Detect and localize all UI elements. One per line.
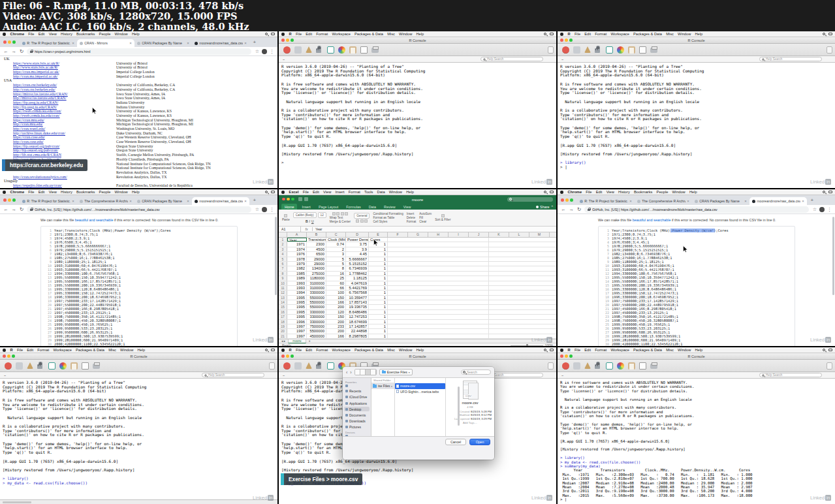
cell[interactable]: 8.2987805 xyxy=(346,334,369,338)
chrome-menu-icon[interactable]: ⋮ xyxy=(827,207,832,212)
menu-item[interactable]: Edit xyxy=(37,32,47,36)
cell[interactable]: 1 xyxy=(369,247,388,251)
column-header[interactable]: H xyxy=(428,232,449,237)
search-icon[interactable] xyxy=(544,33,546,35)
zoom-window-button[interactable] xyxy=(12,40,16,44)
cell-b1[interactable]: Transistors xyxy=(307,238,326,242)
help-search-field[interactable]: Help Search xyxy=(202,373,264,377)
cell[interactable]: 1995 xyxy=(287,300,307,304)
sidebar-item[interactable]: iCloud Drive xyxy=(344,395,370,400)
menu-extras-icon[interactable] xyxy=(271,191,275,194)
cell[interactable]: 4500000 xyxy=(307,334,326,338)
apple-menu-icon[interactable] xyxy=(281,33,285,36)
menu-item[interactable]: Packages & Data xyxy=(353,348,385,352)
menu-item[interactable]: Packages & Data xyxy=(353,32,385,36)
menu-item[interactable]: File xyxy=(294,32,304,36)
sidebar-toggle-button[interactable] xyxy=(827,362,832,370)
lock-icon[interactable] xyxy=(316,364,321,369)
menu-item[interactable]: Format xyxy=(593,32,608,36)
column-header[interactable]: K xyxy=(489,232,509,237)
search-icon[interactable] xyxy=(544,191,546,193)
cell[interactable]: 200 xyxy=(326,305,346,309)
folder-dropdown[interactable]: Exercise Files ▾ xyxy=(379,369,413,375)
menu-item[interactable]: Workspace xyxy=(51,348,74,352)
apple-menu-icon[interactable] xyxy=(3,33,6,36)
cell[interactable]: 10.359477 xyxy=(346,296,369,300)
apple-menu-icon[interactable] xyxy=(560,33,563,36)
column-header[interactable]: D xyxy=(346,232,369,237)
paste-icon[interactable] xyxy=(628,46,635,54)
mirror-link[interactable]: http://cran.case.edu/ xyxy=(13,140,44,144)
colors-icon[interactable] xyxy=(617,362,624,370)
tab-close-icon[interactable] xyxy=(687,199,689,203)
menu-extras-icon[interactable] xyxy=(550,191,554,194)
sidebar-toggle-button[interactable] xyxy=(269,362,275,370)
italic-button[interactable]: I xyxy=(309,219,310,223)
menu-item[interactable]: File xyxy=(15,348,25,352)
close-window-button[interactable] xyxy=(561,198,564,202)
cell[interactable]: 1982 xyxy=(287,266,307,270)
sidebar-item[interactable]: Documents xyxy=(344,413,370,417)
ribbon-tab[interactable]: Insert xyxy=(298,204,313,210)
mirror-link[interactable]: http://cran.mtu.edu/ xyxy=(13,122,43,126)
colors-icon[interactable] xyxy=(617,46,624,54)
menu-item[interactable]: R xyxy=(566,32,573,36)
browser-tab[interactable]: The Comprehensive R Archiv… xyxy=(77,197,134,205)
sidebar-item[interactable] xyxy=(344,385,370,388)
menu-item[interactable]: Format xyxy=(35,348,51,352)
sheet-nav-icons[interactable]: ◂ ▸ xyxy=(281,339,285,343)
cell[interactable]: 7500000 xyxy=(307,324,326,328)
menu-extras-icon[interactable] xyxy=(271,349,275,352)
row-number[interactable]: 13 xyxy=(279,296,287,300)
menu-item[interactable]: Window xyxy=(676,348,693,352)
cell[interactable]: 1994 xyxy=(287,291,307,294)
cell[interactable]: 1978 xyxy=(287,257,307,261)
menu-item[interactable]: Help xyxy=(130,32,142,36)
print-icon[interactable] xyxy=(93,364,100,369)
sidebar-item[interactable] xyxy=(344,435,370,437)
row-number[interactable]: 2 xyxy=(279,242,287,246)
menu-item[interactable]: People xyxy=(97,190,113,194)
cell[interactable]: 1997 xyxy=(287,329,307,333)
editor-icon[interactable] xyxy=(48,362,55,370)
cell[interactable]: 5500000 xyxy=(307,305,326,309)
search-icon[interactable] xyxy=(823,191,825,193)
menu-extras-icon[interactable] xyxy=(828,349,832,352)
menu-item[interactable]: Tools xyxy=(362,190,375,194)
sheet-tab[interactable]: moore xyxy=(288,339,306,343)
packages-icon[interactable] xyxy=(306,46,312,53)
cell[interactable]: 1985 xyxy=(287,272,307,276)
menu-item[interactable]: History xyxy=(616,190,632,194)
editing-button[interactable]: AutoSum xyxy=(419,212,432,215)
source-icon[interactable] xyxy=(294,46,302,54)
cell[interactable]: 5500000 xyxy=(307,300,326,304)
tab-close-icon[interactable] xyxy=(129,41,132,45)
menu-item[interactable]: View xyxy=(47,32,59,36)
row-number[interactable]: 12 xyxy=(279,291,287,294)
apple-menu-icon[interactable] xyxy=(560,349,563,352)
menu-item[interactable]: File xyxy=(301,190,311,194)
editing-button[interactable]: Fill xyxy=(419,216,432,219)
column-header[interactable]: M xyxy=(529,232,550,237)
colors-icon[interactable] xyxy=(338,46,345,54)
packages-icon[interactable] xyxy=(584,362,591,369)
column-header[interactable]: E xyxy=(369,232,388,237)
menu-item[interactable]: Edit xyxy=(304,348,314,352)
column-header[interactable]: G xyxy=(408,232,428,237)
menu-item[interactable]: Chrome xyxy=(8,190,27,194)
print-icon[interactable] xyxy=(371,48,379,53)
cell[interactable]: 1 xyxy=(369,291,388,294)
tab-close-icon[interactable] xyxy=(629,199,632,203)
close-window-button[interactable] xyxy=(3,198,7,202)
cell[interactable]: 2 xyxy=(326,247,346,251)
scrollbar[interactable] xyxy=(458,386,460,426)
browser-tab[interactable]: CRAN - Mirrors xyxy=(77,39,134,47)
cell[interactable]: 134000 xyxy=(307,266,326,270)
menu-item[interactable]: Chrome xyxy=(8,32,27,36)
menu-item[interactable]: Window xyxy=(397,348,414,352)
row-number[interactable]: 17 xyxy=(279,315,287,319)
cell[interactable]: 8 xyxy=(326,266,346,270)
source-icon[interactable] xyxy=(294,362,302,370)
cell[interactable]: 1 xyxy=(369,310,388,314)
mirror-link[interactable]: http://www.stats.bris.ac.uk/R/ xyxy=(13,65,58,69)
